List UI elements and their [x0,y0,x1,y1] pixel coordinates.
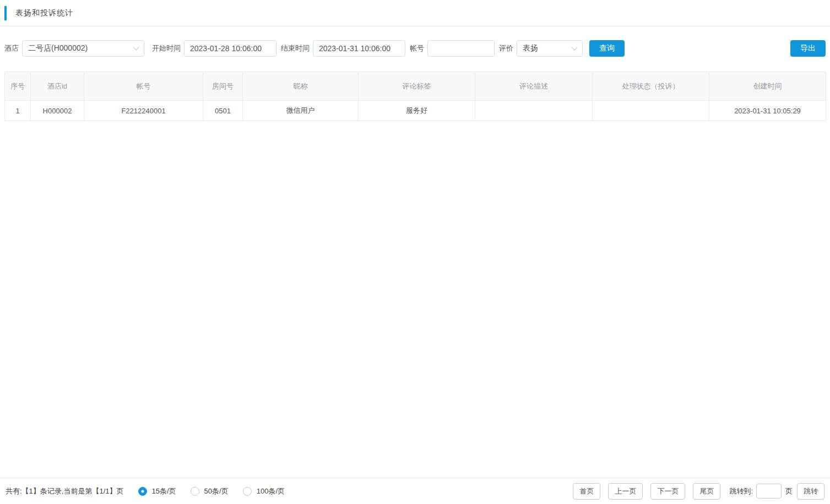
table-container: 序号酒店id帐号房间号昵称评论标签评论描述处理状态（投诉）创建时间 1H0000… [0,57,830,478]
radio-selected-icon[interactable] [138,487,147,496]
table-cell: F2212240001 [84,101,203,121]
column-header: 帐号 [84,72,203,101]
page-unit-label: 页 [785,486,793,496]
column-header: 房间号 [203,72,243,101]
table-cell: 1 [5,101,31,121]
last-page-button[interactable]: 尾页 [693,483,720,500]
radio-icon[interactable] [191,487,199,496]
start-time-input[interactable] [184,40,276,57]
table-cell: 0501 [203,101,243,121]
jump-page-input[interactable] [756,484,782,498]
chevron-down-icon [133,44,139,50]
column-header: 序号 [5,72,31,101]
account-label: 帐号 [410,43,424,53]
table-cell [593,101,709,121]
page-size-option[interactable]: 50条/页 [191,486,229,496]
column-header: 评论标签 [359,72,475,101]
rating-select[interactable]: 表扬 [517,40,583,57]
account-input[interactable] [427,40,495,57]
hotel-select[interactable]: 二号店(H000002) [22,40,144,57]
hotel-select-value: 二号店(H000002) [28,43,88,53]
column-header: 评论描述 [475,72,593,101]
chevron-down-icon [571,44,577,50]
hotel-label: 酒店 [4,43,19,53]
start-time-label: 开始时间 [152,43,181,53]
rating-label: 评价 [499,43,513,53]
column-header: 昵称 [243,72,359,101]
filter-bar: 酒店 二号店(H000002) 开始时间 结束时间 帐号 评价 表扬 查询 导出 [0,40,830,57]
next-page-button[interactable]: 下一页 [650,483,685,500]
page-title: 表扬和投诉统计 [15,8,73,18]
table-header-row: 序号酒店id帐号房间号昵称评论标签评论描述处理状态（投诉）创建时间 [5,72,826,101]
rating-select-value: 表扬 [523,43,538,53]
column-header: 酒店id [31,72,84,101]
pagination-bar: 共有:【1】条记录,当前是第【1/1】页 15条/页50条/页100条/页 首页… [0,478,830,504]
prev-page-button[interactable]: 上一页 [608,483,643,500]
table-cell: 服务好 [359,101,475,121]
jump-to-label: 跳转到: [729,486,753,496]
table-cell: 微信用户 [243,101,359,121]
data-table: 序号酒店id帐号房间号昵称评论标签评论描述处理状态（投诉）创建时间 1H0000… [4,72,826,121]
page-size-label: 50条/页 [204,486,229,496]
page-size-option[interactable]: 15条/页 [138,486,176,496]
table-cell: 2023-01-31 10:05:29 [709,101,826,121]
export-button[interactable]: 导出 [790,40,826,57]
pager-controls: 首页 上一页 下一页 尾页 跳转到: 页 跳转 [565,483,824,500]
records-summary: 共有:【1】条记录,当前是第【1/1】页 [6,486,124,496]
table-row: 1H000002F22122400010501微信用户服务好2023-01-31… [5,101,826,121]
page-size-option[interactable]: 100条/页 [243,486,285,496]
page-size-options: 15条/页50条/页100条/页 [124,486,285,496]
column-header: 处理状态（投诉） [593,72,709,101]
end-time-label: 结束时间 [281,43,310,53]
table-cell [475,101,593,121]
end-time-input[interactable] [313,40,405,57]
search-button[interactable]: 查询 [589,40,625,57]
jump-button[interactable]: 跳转 [797,483,824,500]
page-size-label: 100条/页 [257,486,285,496]
page-size-label: 15条/页 [152,486,176,496]
title-accent-bar [4,6,7,20]
radio-icon[interactable] [243,487,252,496]
first-page-button[interactable]: 首页 [573,483,600,500]
table-body: 1H000002F22122400010501微信用户服务好2023-01-31… [5,101,826,121]
column-header: 创建时间 [709,72,826,101]
table-cell: H000002 [31,101,84,121]
title-bar: 表扬和投诉统计 [0,0,830,26]
